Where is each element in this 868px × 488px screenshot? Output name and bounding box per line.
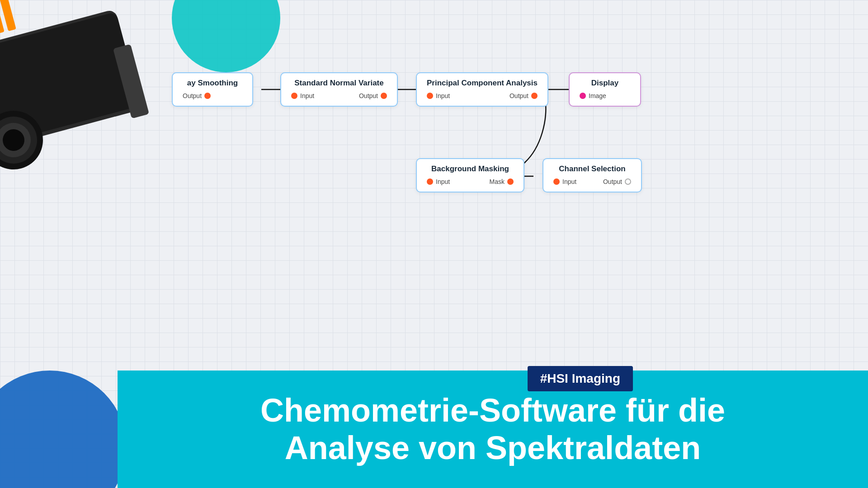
smoothing-output-port: Output [183,92,211,99]
channel-selection-title: Channel Selection [553,164,631,174]
snv-output-port: Output [359,92,387,99]
bg-masking-input-port: Input [427,178,450,185]
banner-text: Chemometrie-Software für die Analyse von… [154,392,832,467]
bg-masking-input-dot [427,178,433,185]
channel-selection-output-port: Output [603,178,631,185]
pca-input-port: Input [427,92,450,99]
channel-selection-output-dot [625,178,631,185]
channel-selection-input-label: Input [562,178,576,185]
pca-title: Principal Component Analysis [427,79,538,88]
pca-input-label: Input [436,92,450,99]
background-masking-node: Background Masking Input Mask [416,158,524,192]
teal-banner: #HSI Imaging Chemometrie-Software für di… [118,371,868,488]
hsi-tag-box: #HSI Imaging [528,366,633,391]
smoothing-output-dot [204,93,211,99]
bg-masking-mask-port: Mask [490,178,514,185]
channel-selection-node: Channel Selection Input Output [542,158,642,192]
display-node: Display Image [569,72,641,107]
snv-output-label: Output [359,92,378,99]
snv-output-dot [381,93,387,99]
flow-diagram-area: ay Smoothing Output Standard Normal Vari… [172,59,850,267]
snv-title: Standard Normal Variate [291,79,387,88]
pca-output-dot [531,93,538,99]
pca-output-label: Output [509,92,528,99]
camera-illustration [0,0,163,199]
display-image-port: Image [580,92,606,99]
banner-line1: Chemometrie-Software für die [154,392,832,429]
smoothing-node: ay Smoothing Output [172,72,253,107]
pca-node: Principal Component Analysis Input Outpu… [416,72,548,107]
bg-masking-mask-label: Mask [490,178,505,185]
display-image-dot [580,93,586,99]
bg-masking-mask-dot [507,178,514,185]
smoothing-title: ay Smoothing [183,79,242,88]
display-title: Display [580,79,630,88]
channel-selection-input-dot [553,178,560,185]
smoothing-output-label: Output [183,92,202,99]
snv-input-dot [291,93,297,99]
banner-line2: Analyse von Spektraldaten [154,429,832,467]
pca-output-port: Output [509,92,538,99]
channel-selection-output-label: Output [603,178,622,185]
pca-input-dot [427,93,433,99]
snv-input-label: Input [300,92,314,99]
bg-masking-title: Background Masking [427,164,514,174]
bg-masking-input-label: Input [436,178,450,185]
channel-selection-input-port: Input [553,178,576,185]
camera-photo-area [0,0,190,226]
snv-input-port: Input [291,92,314,99]
snv-node: Standard Normal Variate Input Output [280,72,398,107]
bottom-banner: #HSI Imaging Chemometrie-Software für di… [0,343,868,488]
display-image-label: Image [589,92,606,99]
